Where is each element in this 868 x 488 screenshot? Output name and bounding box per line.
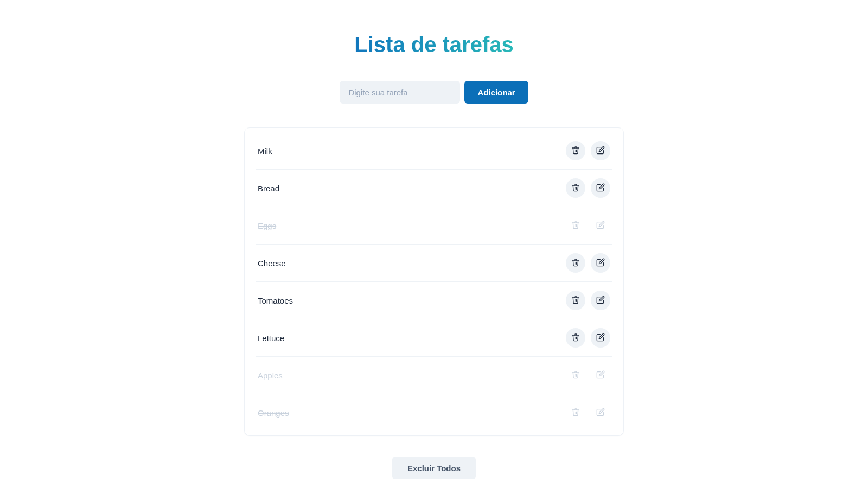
trash-icon: [571, 146, 580, 156]
edit-icon: [596, 221, 605, 231]
edit-task-button[interactable]: [591, 328, 610, 348]
task-actions: [566, 365, 610, 385]
trash-icon: [571, 370, 580, 381]
add-button[interactable]: Adicionar: [464, 81, 528, 104]
task-actions: [566, 253, 610, 273]
trash-icon: [571, 296, 580, 306]
edit-icon: [596, 408, 605, 418]
task-list-card: MilkBreadEggsCheeseTomatoesLettuceApples…: [244, 127, 624, 436]
delete-task-button[interactable]: [566, 141, 585, 160]
page-title: Lista de tarefas: [354, 33, 513, 57]
edit-task-button: [591, 216, 610, 235]
edit-task-button[interactable]: [591, 253, 610, 273]
trash-icon: [571, 183, 580, 194]
task-actions: [566, 178, 610, 198]
delete-task-button: [566, 365, 585, 385]
edit-icon: [596, 296, 605, 306]
edit-icon: [596, 258, 605, 268]
edit-task-button[interactable]: [591, 291, 610, 310]
task-label[interactable]: Bread: [258, 184, 279, 193]
task-row: Milk: [256, 132, 612, 170]
task-actions: [566, 403, 610, 422]
task-input[interactable]: [340, 81, 460, 104]
delete-task-button[interactable]: [566, 253, 585, 273]
edit-icon: [596, 146, 605, 156]
task-label[interactable]: Oranges: [258, 408, 289, 418]
edit-task-button[interactable]: [591, 141, 610, 160]
trash-icon: [571, 408, 580, 418]
edit-task-button: [591, 365, 610, 385]
task-row: Lettuce: [256, 319, 612, 357]
task-row: Eggs: [256, 207, 612, 245]
task-label[interactable]: Cheese: [258, 259, 286, 268]
trash-icon: [571, 333, 580, 343]
edit-icon: [596, 183, 605, 194]
task-label[interactable]: Tomatoes: [258, 296, 293, 305]
task-label[interactable]: Eggs: [258, 221, 276, 230]
task-label[interactable]: Lettuce: [258, 333, 284, 343]
task-row: Cheese: [256, 245, 612, 282]
task-row: Apples: [256, 357, 612, 394]
task-actions: [566, 328, 610, 348]
trash-icon: [571, 258, 580, 268]
trash-icon: [571, 221, 580, 231]
task-row: Bread: [256, 170, 612, 207]
task-actions: [566, 291, 610, 310]
task-input-row: Adicionar: [340, 81, 528, 104]
delete-task-button[interactable]: [566, 178, 585, 198]
edit-task-button: [591, 403, 610, 422]
task-row: Oranges: [256, 394, 612, 431]
edit-icon: [596, 333, 605, 343]
delete-task-button: [566, 403, 585, 422]
delete-task-button[interactable]: [566, 328, 585, 348]
task-label[interactable]: Milk: [258, 146, 272, 156]
delete-all-button[interactable]: Excluir Todos: [392, 457, 476, 479]
edit-task-button[interactable]: [591, 178, 610, 198]
task-actions: [566, 216, 610, 235]
delete-task-button: [566, 216, 585, 235]
task-row: Tomatoes: [256, 282, 612, 319]
edit-icon: [596, 370, 605, 381]
delete-task-button[interactable]: [566, 291, 585, 310]
task-label[interactable]: Apples: [258, 371, 283, 380]
task-actions: [566, 141, 610, 160]
